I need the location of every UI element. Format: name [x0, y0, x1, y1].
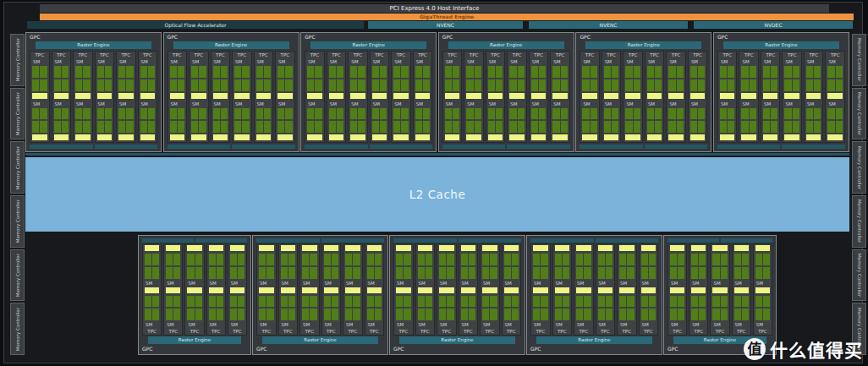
sm-core-green — [466, 108, 473, 120]
sm-core-row — [576, 296, 591, 308]
tpc-label: TPC — [234, 52, 250, 58]
sm-block: SM — [32, 58, 47, 101]
sm-core-green — [755, 254, 762, 265]
sm-label: SM — [307, 58, 322, 65]
sm-label: SM — [302, 280, 317, 287]
sm-core-green — [209, 267, 216, 279]
sm-core-green — [531, 79, 538, 91]
sm-core-row — [604, 121, 619, 133]
sm-yellow-unit — [75, 93, 91, 99]
sm-yellow-unit — [598, 245, 613, 251]
sm-core-green — [763, 79, 770, 91]
sm-core-row — [281, 267, 296, 279]
sm-core-green — [173, 254, 180, 265]
tpc-label: TPC — [439, 328, 454, 335]
sm-core-green — [741, 108, 748, 120]
sm-core-row — [213, 108, 228, 120]
sm-core-green — [426, 254, 432, 265]
tpc-block: TPCSMSM — [550, 51, 570, 143]
sm-yellow-unit — [461, 245, 476, 251]
memory-controller-label: Memory Controller — [857, 254, 862, 297]
sm-core-green — [552, 79, 559, 91]
sm-label: SM — [140, 101, 156, 107]
sm-core-row — [509, 108, 525, 120]
sm-block: SM — [75, 58, 91, 101]
sm-label: SM — [827, 101, 843, 107]
sm-core-green — [105, 121, 112, 133]
tpc-row: SMSMTPCSMSMTPCSMSMTPCSMSMTPCSMSMTPC — [141, 243, 248, 336]
sm-label: SM — [345, 321, 360, 328]
sm-core-row — [712, 254, 727, 265]
sm-core-row — [445, 121, 460, 133]
sm-core-green — [496, 121, 503, 133]
sm-core-green — [315, 121, 321, 133]
tpc-block: TPCSMSM — [464, 51, 484, 143]
sm-core-row — [741, 121, 756, 133]
sm-block: SM — [488, 58, 503, 101]
sm-yellow-unit — [418, 287, 433, 293]
sm-core-green — [191, 66, 198, 78]
media-engine-bar: NVDEC — [694, 21, 853, 29]
sm-core-row — [625, 108, 640, 120]
sm-core-green — [806, 121, 813, 133]
sm-label: SM — [230, 280, 244, 287]
memory-controller-label: Memory Controller — [857, 199, 862, 243]
sm-core-green — [148, 66, 155, 78]
sm-core-green — [324, 267, 331, 279]
sm-core-green — [576, 309, 583, 320]
rop-segment — [305, 145, 368, 149]
sm-core-row — [367, 254, 382, 265]
sm-core-row — [209, 267, 223, 279]
sm-core-green — [619, 254, 626, 265]
sm-yellow-unit — [324, 287, 339, 293]
gpc-label: GPC — [255, 346, 385, 352]
tpc-label: TPC — [763, 52, 778, 58]
sm-core-green — [533, 267, 540, 279]
sm-label: SM — [329, 101, 344, 107]
raster-engine-bar: Raster Engine — [36, 41, 151, 49]
tpc-block: TPCSMSM — [116, 51, 136, 143]
sm-core-row — [827, 108, 843, 120]
sm-label: SM — [647, 58, 662, 65]
sm-core-row — [439, 267, 454, 279]
sm-core-row — [504, 254, 519, 265]
sm-yellow-unit — [259, 245, 274, 251]
sm-label: SM — [763, 101, 778, 107]
sm-core-row — [755, 267, 770, 279]
tpc-block: TPCSMSM — [602, 51, 622, 143]
sm-yellow-unit — [302, 287, 317, 293]
sm-core-green — [518, 108, 525, 120]
sm-core-green — [552, 121, 559, 133]
gpc-label: GPC — [579, 34, 708, 41]
sm-core-row — [827, 79, 843, 91]
sm-core-green — [178, 108, 184, 120]
sm-core-green — [461, 296, 468, 308]
sm-core-row — [531, 66, 547, 78]
sm-yellow-unit — [393, 93, 409, 99]
tpc-label: TPC — [482, 328, 497, 335]
sm-core-green — [584, 309, 591, 320]
sm-block: SM — [734, 287, 749, 329]
sm-label: SM — [307, 101, 322, 107]
sm-core-green — [259, 267, 266, 279]
sm-core-row — [213, 79, 228, 91]
sm-block: SM — [576, 287, 591, 329]
sm-core-green — [691, 254, 698, 265]
sm-label: SM — [324, 321, 339, 328]
sm-core-green — [238, 296, 244, 308]
sm-label: SM — [806, 101, 821, 107]
sm-core-row — [230, 296, 244, 308]
sm-core-green — [32, 79, 39, 91]
sm-core-green — [720, 66, 727, 78]
sm-core-row — [712, 296, 727, 308]
sm-core-row — [329, 121, 344, 133]
tpc-label: TPC — [784, 52, 799, 58]
sm-core-green — [40, 66, 47, 78]
sm-block: SM — [281, 287, 296, 329]
sm-core-row — [806, 121, 821, 133]
sm-yellow-unit — [741, 93, 756, 99]
gpc-label: GPC — [530, 346, 659, 352]
sm-core-row — [277, 121, 293, 133]
sm-core-green — [552, 66, 559, 78]
sm-core-green — [690, 121, 697, 133]
